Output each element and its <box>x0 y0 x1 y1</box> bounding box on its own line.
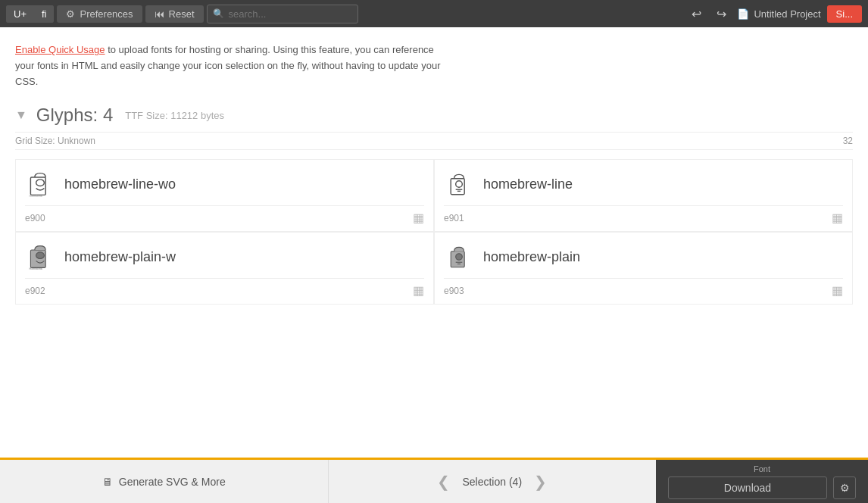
redo-icon: ↪ <box>717 8 726 20</box>
selection-label: Selection (4) <box>462 476 522 488</box>
glyph-footer-2: e902 ▦ <box>25 278 424 298</box>
grid-view-icon-0: ▦ <box>413 211 424 225</box>
undo-icon: ↩ <box>692 8 701 20</box>
glyph-card-3[interactable]: homebrew-plain e903 ▦ <box>434 232 853 305</box>
prev-button[interactable]: ❮ <box>437 473 450 491</box>
settings-icon: ⚙ <box>840 482 850 494</box>
glyph-name-0: homebrew-line-wo <box>64 177 176 192</box>
fi-label: fi <box>42 8 47 20</box>
u-plus-label: U+ <box>14 8 27 20</box>
redo-button[interactable]: ↪ <box>712 5 731 23</box>
settings-button[interactable]: ⚙ <box>833 476 856 499</box>
page-header: Enable Quick Usage to upload fonts for h… <box>15 42 853 89</box>
icon-button-group: U+ fi <box>6 5 54 23</box>
preferences-label: Preferences <box>80 8 133 20</box>
svg-point-11 <box>456 254 463 261</box>
bottom-left: 🖥 Generate SVG & More <box>0 460 329 503</box>
project-icon: 📄 <box>737 8 749 20</box>
glyphs-count: Glyphs: 4 <box>36 105 113 126</box>
svg-point-1 <box>36 180 45 186</box>
project-name: 📄 Untitled Project <box>737 8 820 20</box>
ttf-size: TTF Size: 11212 bytes <box>125 110 224 121</box>
glyph-icon-preview-3 <box>444 242 474 272</box>
svg-point-8 <box>36 252 45 259</box>
glyphs-header: ▼ Glyphs: 4 TTF Size: 11212 bytes <box>15 105 853 126</box>
glyphs-section: ▼ Glyphs: 4 TTF Size: 11212 bytes Grid S… <box>15 105 853 305</box>
grid-size-label: Grid Size: Unknown <box>15 136 95 146</box>
grid-size-bar: Grid Size: Unknown 32 <box>15 132 853 150</box>
grid-view-icon-1: ▦ <box>832 211 843 225</box>
glyph-code-2: e902 <box>25 286 45 296</box>
grid-view-icon-3: ▦ <box>832 283 843 298</box>
glyph-card-header-3: homebrew-plain <box>444 242 843 272</box>
bottom-right-inner: Download ⚙ <box>656 476 868 499</box>
enable-quick-usage-link[interactable]: Enable Quick Usage <box>15 44 105 55</box>
glyph-footer-1: e901 ▦ <box>444 205 843 225</box>
fi-button[interactable]: fi <box>34 5 55 23</box>
bottom-center: ❮ Selection (4) ❯ <box>329 460 657 503</box>
project-name-label: Untitled Project <box>754 8 820 20</box>
gear-icon: ⚙ <box>66 8 75 20</box>
bottom-bar: 🖥 Generate SVG & More ❮ Selection (4) ❯ … <box>0 459 868 503</box>
undo-button[interactable]: ↩ <box>687 5 706 23</box>
download-label: Download <box>724 482 771 494</box>
glyph-card-header-2: Homebrew homebrew-plain-w <box>25 242 424 272</box>
generate-svg-button[interactable]: 🖥 Generate SVG & More <box>102 476 226 488</box>
glyph-icon-preview-1 <box>444 169 474 199</box>
main-content: Enable Quick Usage to upload fonts for h… <box>0 27 868 459</box>
signin-button[interactable]: Si... <box>827 5 862 23</box>
prev-arrow-icon: ❮ <box>437 473 450 490</box>
reset-button[interactable]: ⏮ Reset <box>145 5 204 23</box>
glyph-code-0: e900 <box>25 213 45 223</box>
reset-label: Reset <box>169 8 195 20</box>
glyph-name-1: homebrew-line <box>483 177 573 192</box>
search-icon: 🔍 <box>213 8 224 19</box>
next-arrow-icon: ❯ <box>534 473 547 490</box>
reset-icon: ⏮ <box>155 8 164 20</box>
search-input[interactable] <box>207 5 358 23</box>
search-wrapper: 🔍 <box>207 5 358 23</box>
next-button[interactable]: ❯ <box>534 473 547 491</box>
glyph-footer-0: e900 ▦ <box>25 205 424 225</box>
glyph-card-0[interactable]: Homebrew homebrew-line-wo e900 ▦ <box>15 159 434 232</box>
toolbar: U+ fi ⚙ Preferences ⏮ Reset 🔍 ↩ ↪ 📄 Unt <box>0 0 868 27</box>
glyph-footer-3: e903 ▦ <box>444 278 843 298</box>
preferences-button[interactable]: ⚙ Preferences <box>57 5 142 23</box>
glyph-name-3: homebrew-plain <box>483 249 580 265</box>
toolbar-left: U+ fi ⚙ Preferences ⏮ Reset 🔍 <box>6 5 358 23</box>
glyph-card-1[interactable]: homebrew-line e901 ▦ <box>434 159 853 232</box>
generate-label: Generate SVG & More <box>119 476 226 488</box>
glyph-card-2[interactable]: Homebrew homebrew-plain-w e902 ▦ <box>15 232 434 305</box>
download-button[interactable]: Download <box>668 476 827 499</box>
generate-icon: 🖥 <box>102 476 113 488</box>
quick-usage-text: Enable Quick Usage to upload fonts for h… <box>15 42 454 89</box>
glyph-code-3: e903 <box>444 286 464 296</box>
glyph-name-2: homebrew-plain-w <box>64 249 176 265</box>
font-section-label: Font <box>754 464 770 473</box>
bottom-right: Font Download ⚙ <box>656 460 868 503</box>
glyph-code-1: e901 <box>444 213 464 223</box>
toolbar-right: ↩ ↪ 📄 Untitled Project Si... <box>687 5 862 23</box>
u-plus-button[interactable]: U+ <box>6 5 34 23</box>
glyph-icon-preview-0: Homebrew <box>25 169 55 199</box>
orange-accent-bar <box>0 458 868 460</box>
glyph-card-header-1: homebrew-line <box>444 169 843 199</box>
svg-point-4 <box>456 181 463 188</box>
glyph-icon-preview-2: Homebrew <box>25 242 55 272</box>
chevron-down-icon[interactable]: ▼ <box>15 108 27 122</box>
svg-text:Homebrew: Homebrew <box>30 268 43 271</box>
svg-text:Homebrew: Homebrew <box>30 195 43 198</box>
grid-count: 32 <box>843 136 853 146</box>
signin-label: Si... <box>836 8 853 20</box>
glyph-grid: Homebrew homebrew-line-wo e900 ▦ <box>15 159 853 305</box>
glyph-card-header-0: Homebrew homebrew-line-wo <box>25 169 424 199</box>
grid-view-icon-2: ▦ <box>413 283 424 298</box>
